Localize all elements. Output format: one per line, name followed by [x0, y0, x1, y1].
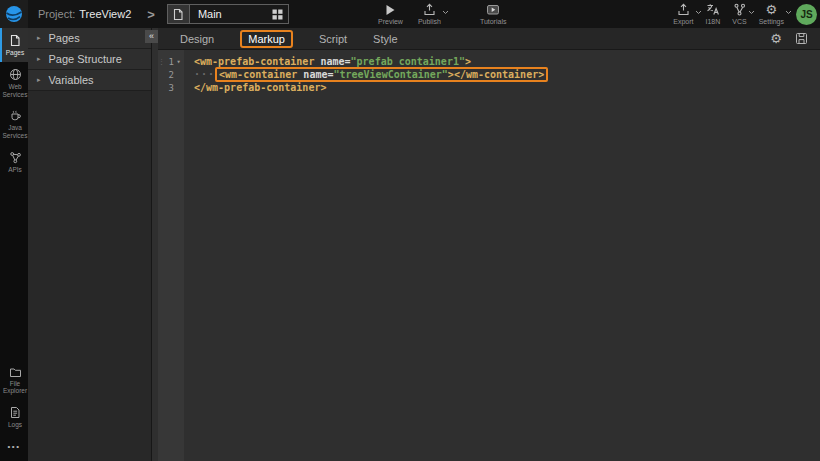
pages-icon — [9, 34, 21, 47]
logs-document-icon — [9, 406, 21, 419]
pages-grid-icon[interactable] — [272, 9, 283, 20]
preview-button[interactable]: Preview — [378, 4, 403, 25]
chevron-down-icon — [442, 10, 449, 15]
coffee-cup-icon — [9, 109, 22, 122]
chevron-down-icon — [748, 10, 755, 15]
rail-item-pages[interactable]: Pages — [0, 28, 28, 62]
breadcrumb-chevron-icon: > — [147, 7, 155, 22]
rail-more-button[interactable]: ••• — [0, 434, 28, 461]
topbar-center-actions: Preview Publish Tutorials — [378, 0, 506, 28]
rail-item-logs[interactable]: Logs — [0, 400, 28, 434]
markup-code-editor[interactable]: ⋮ 1 ▾ 2 3 <wm-prefab-container name="pre… — [158, 50, 820, 461]
expand-triangle-icon: ▸ — [37, 55, 41, 63]
panel-section-variables[interactable]: ▸ Variables — [28, 70, 151, 91]
panel-section-label: Variables — [49, 74, 94, 86]
branch-icon — [733, 3, 746, 16]
rail-item-file-explorer[interactable]: File Explorer — [0, 360, 28, 401]
gutter-line: 3 — [158, 81, 184, 94]
line-number: 3 — [165, 83, 174, 93]
tabbar-actions: ⚙ — [770, 32, 808, 45]
settings-button[interactable]: ⚙ Settings — [759, 3, 784, 25]
pages-panel: ▸ Pages ▸ Page Structure ▸ Variables — [28, 28, 152, 461]
tutorials-label: Tutorials — [480, 18, 507, 25]
panel-section-label: Pages — [49, 32, 80, 44]
panel-section-pages[interactable]: ▸ Pages — [28, 28, 151, 49]
wavemaker-logo-icon — [5, 5, 23, 23]
tutorials-button[interactable]: Tutorials — [480, 3, 507, 25]
tab-style[interactable]: Style — [373, 33, 397, 45]
project-breadcrumb: Project: TreeView2 — [38, 8, 131, 20]
code-area[interactable]: <wm-prefab-container name="prefab_contai… — [184, 50, 820, 461]
page-file-icon — [168, 5, 190, 23]
globe-icon — [9, 68, 22, 81]
line-number: 1 — [165, 57, 174, 67]
code-line-2: ···<wm-container name="treeViewContainer… — [194, 68, 820, 81]
top-bar: Project: TreeView2 > Main — [0, 0, 820, 28]
rail-label: APIs — [2, 166, 28, 174]
rail-label: Pages — [2, 49, 28, 57]
gutter-line: 2 — [158, 68, 184, 81]
preview-label: Preview — [378, 18, 403, 25]
editor-tabbar: Design Markup Script Style ⚙ — [158, 28, 820, 50]
editor-region: Design Markup Script Style ⚙ ⋮ 1 ▾ — [158, 28, 820, 461]
tab-design[interactable]: Design — [180, 33, 214, 45]
expand-triangle-icon: ▸ — [37, 34, 41, 42]
markup-highlight-annotation: Markup — [240, 30, 293, 48]
folder-icon — [9, 366, 22, 378]
panel-section-label: Page Structure — [49, 53, 122, 65]
export-button[interactable]: Export — [673, 3, 693, 25]
open-page-tab-main[interactable]: Main — [167, 4, 289, 24]
export-label: Export — [673, 18, 693, 25]
settings-label: Settings — [759, 18, 784, 25]
tab-script[interactable]: Script — [319, 33, 347, 45]
markup-settings-gear-icon[interactable]: ⚙ — [770, 32, 782, 45]
left-rail: Pages Web Services Java Services APIs — [0, 28, 28, 461]
rail-item-web-services[interactable]: Web Services — [0, 62, 28, 104]
panel-collapse-button[interactable]: « — [145, 30, 158, 43]
rail-label: File Explorer — [2, 380, 28, 396]
publish-label: Publish — [418, 18, 441, 25]
vcs-button[interactable]: VCS — [732, 3, 746, 25]
indent-whitespace-dots: ··· — [194, 69, 215, 80]
api-connector-icon — [9, 151, 22, 164]
user-avatar[interactable]: JS — [796, 4, 817, 25]
upload-icon — [423, 3, 436, 16]
rail-label: Java Services — [2, 124, 28, 140]
project-label: Project: — [38, 8, 75, 20]
i18n-button[interactable]: I18N — [706, 3, 721, 25]
chevron-down-icon — [785, 10, 792, 15]
gutter-line: ⋮ 1 ▾ — [158, 55, 184, 68]
rail-label: Logs — [2, 421, 28, 429]
save-icon[interactable] — [795, 32, 808, 45]
topbar-right-actions: Export I18N VCS ⚙ — [673, 0, 817, 28]
publish-button[interactable]: Publish — [418, 3, 441, 25]
rail-item-apis[interactable]: APIs — [0, 145, 28, 179]
page-tab-label: Main — [190, 8, 272, 20]
tab-markup[interactable]: Markup — [240, 30, 293, 48]
export-icon — [677, 3, 690, 16]
rail-label: Web Services — [2, 83, 28, 99]
panel-section-page-structure[interactable]: ▸ Page Structure — [28, 49, 151, 70]
rail-item-java-services[interactable]: Java Services — [0, 103, 28, 145]
project-name: TreeView2 — [79, 8, 131, 20]
line-number: 2 — [165, 70, 174, 80]
video-icon — [486, 3, 500, 16]
wavemaker-studio: Project: TreeView2 > Main — [0, 0, 820, 461]
wavemaker-logo[interactable] — [0, 0, 28, 28]
code-line-3: </wm-prefab-container> — [194, 81, 820, 94]
gutter-marker-icon: ⋮ — [158, 58, 165, 66]
translate-icon — [706, 3, 720, 16]
play-icon — [385, 4, 396, 16]
expand-triangle-icon: ▸ — [37, 76, 41, 84]
code-highlight-annotation: <wm-container name="treeViewContainer"><… — [215, 67, 548, 82]
rail-spacer — [0, 179, 28, 360]
chevron-down-icon — [695, 10, 702, 15]
gear-icon: ⚙ — [766, 3, 778, 16]
i18n-label: I18N — [706, 18, 721, 25]
editor-gutter: ⋮ 1 ▾ 2 3 — [158, 50, 184, 461]
vcs-label: VCS — [732, 18, 746, 25]
fold-arrow-icon[interactable]: ▾ — [174, 58, 183, 66]
